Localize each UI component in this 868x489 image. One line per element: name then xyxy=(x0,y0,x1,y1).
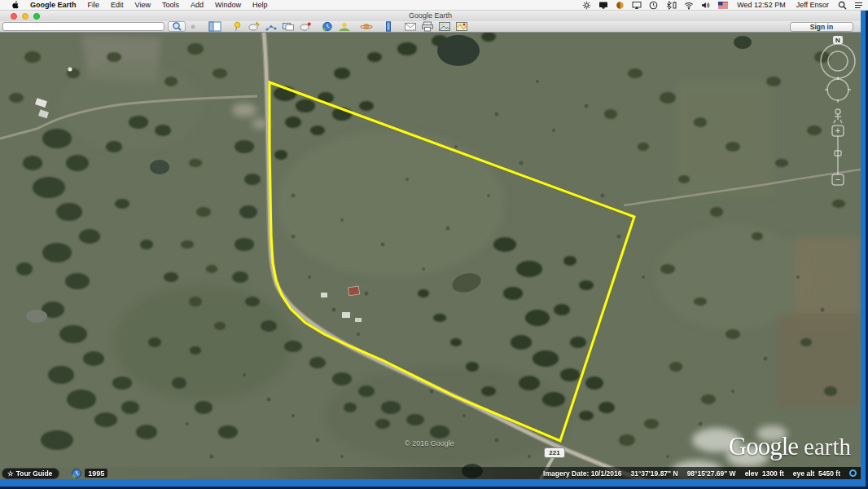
spotlight-search-icon[interactable] xyxy=(838,1,847,10)
elevation-readout: elev 1300 ft xyxy=(745,469,784,478)
input-source-flag-icon[interactable] xyxy=(718,2,728,9)
volume-status-icon[interactable] xyxy=(701,1,711,10)
search-input[interactable] xyxy=(2,22,164,31)
logo-google: Google xyxy=(729,432,798,460)
tour-guide-label: Tour Guide xyxy=(16,469,53,478)
zoom-window-button[interactable] xyxy=(33,13,40,20)
toolbar: Sign in xyxy=(0,21,861,33)
window-title-bar[interactable]: Google Earth xyxy=(0,11,861,21)
save-image-icon[interactable] xyxy=(437,21,452,32)
menu-item-window[interactable]: Window xyxy=(209,1,247,9)
apple-menu-icon[interactable] xyxy=(5,0,24,11)
menu-item-tools[interactable]: Tools xyxy=(156,1,185,9)
email-icon[interactable] xyxy=(403,21,418,32)
ruler-icon[interactable] xyxy=(381,21,396,32)
image-overlay-icon[interactable] xyxy=(281,21,296,32)
tour-guide-star-icon: ☆ xyxy=(7,469,14,478)
add-polygon-icon[interactable] xyxy=(247,21,261,32)
minimize-window-button[interactable] xyxy=(22,13,28,20)
sunlight-icon[interactable] xyxy=(337,21,352,32)
tour-guide-button[interactable]: ☆ Tour Guide xyxy=(2,468,59,479)
map-viewport[interactable]: N + − 221 © 2016 Google Googleearth ☆ To… xyxy=(0,33,861,479)
add-placemark-icon[interactable] xyxy=(230,21,244,32)
airplay-status-icon[interactable] xyxy=(632,1,642,10)
road-shield-221: 221 xyxy=(544,447,565,458)
add-path-icon[interactable] xyxy=(264,21,278,32)
notification-center-icon[interactable] xyxy=(854,1,863,10)
window-title: Google Earth xyxy=(0,11,861,21)
longitude-readout: 98°15'27.69" W xyxy=(687,469,736,478)
compass-north-label: N xyxy=(835,37,840,44)
search-button[interactable] xyxy=(168,21,186,32)
menu-item-add[interactable]: Add xyxy=(185,1,209,9)
menu-item-app[interactable]: Google Earth xyxy=(24,1,82,9)
google-earth-window: Google Earth Sign in xyxy=(0,11,861,479)
pegman-icon[interactable] xyxy=(835,109,840,114)
menu-bar-user[interactable]: Jeff Ensor xyxy=(795,1,831,9)
zoom-in-glyph: + xyxy=(835,126,840,135)
sidebar-toggle-icon[interactable] xyxy=(208,21,222,32)
logo-earth: earth xyxy=(804,434,851,460)
print-icon[interactable] xyxy=(420,21,435,32)
orange-app-status-icon[interactable] xyxy=(616,1,625,10)
historical-imagery-clock-icon[interactable] xyxy=(72,469,81,478)
search-history-button[interactable] xyxy=(186,21,200,32)
clock-status-icon[interactable] xyxy=(649,1,658,10)
streaming-progress-icon xyxy=(849,469,857,477)
latitude-readout: 31°37'19.87" N xyxy=(630,469,677,478)
planets-icon[interactable] xyxy=(359,21,374,32)
menu-bar-clock[interactable]: Wed 12:52 PM xyxy=(735,1,787,9)
display-status-icon[interactable] xyxy=(598,1,608,10)
imagery-date: Imagery Date: 10/1/2016 xyxy=(543,469,621,478)
record-tour-icon[interactable] xyxy=(298,21,313,32)
close-window-button[interactable] xyxy=(11,13,17,20)
google-earth-logo: Googleearth xyxy=(729,432,851,461)
view-in-maps-icon[interactable] xyxy=(454,21,469,32)
wifi-status-icon[interactable] xyxy=(684,1,694,10)
look-joystick[interactable] xyxy=(827,79,848,100)
satellite-imagery[interactable] xyxy=(0,33,861,479)
eye-altitude-readout: eye alt 5450 ft xyxy=(793,469,840,478)
menu-item-view[interactable]: View xyxy=(129,1,156,9)
historical-imagery-icon[interactable] xyxy=(320,21,335,32)
imagery-year-chip[interactable]: 1995 xyxy=(85,469,107,478)
macos-menu-bar: Google Earth File Edit View Tools Add Wi… xyxy=(0,0,868,11)
menu-item-help[interactable]: Help xyxy=(247,1,274,9)
status-bar: ☆ Tour Guide 1995 Imagery Date: 10/1/201… xyxy=(0,467,861,479)
bluetooth-battery-status-icon[interactable] xyxy=(665,1,677,10)
map-copyright: © 2016 Google xyxy=(405,439,454,447)
menu-item-file[interactable]: File xyxy=(82,1,106,9)
gear-status-icon[interactable] xyxy=(582,1,591,10)
map-navigation-controls[interactable]: N + − xyxy=(814,34,860,197)
menu-item-edit[interactable]: Edit xyxy=(105,1,129,9)
compass-ring[interactable] xyxy=(821,44,855,78)
sign-in-button[interactable]: Sign in xyxy=(790,22,853,32)
zoom-out-glyph: − xyxy=(835,174,840,184)
